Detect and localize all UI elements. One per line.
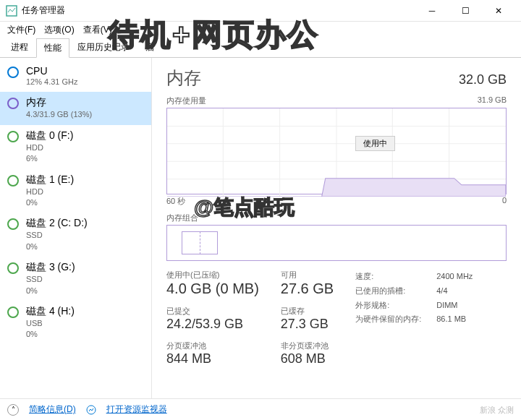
disk-ring-icon <box>7 218 19 230</box>
minimize-button[interactable]: ─ <box>415 0 449 22</box>
menu-view[interactable]: 查看(V) <box>79 22 117 38</box>
app-icon <box>6 5 17 17</box>
stat-commit: 24.2/53.9 GB <box>166 317 259 332</box>
cpu-ring-icon <box>7 67 19 78</box>
sidebar-item-memory[interactable]: 内存4.3/31.9 GB (13%) <box>0 92 151 124</box>
disk-ring-icon <box>7 175 19 187</box>
sidebar-item-cpu[interactable]: CPU12% 4.31 GHz <box>0 61 151 92</box>
stat-inuse: 4.0 GB (0 MB) <box>166 280 259 297</box>
memory-composition <box>166 225 507 261</box>
detail-total: 32.0 GB <box>459 72 507 87</box>
disk-ring-icon <box>7 307 19 318</box>
menu-options[interactable]: 选项(O) <box>40 22 78 38</box>
memory-info: 速度:2400 MHz 已使用的插槽:4/4 外形规格:DIMM 为硬件保留的内… <box>355 270 473 369</box>
disk-ring-icon <box>7 131 19 142</box>
stat-nonpaged: 608 MB <box>281 351 334 367</box>
chevron-up-icon[interactable]: ˄ <box>7 404 19 416</box>
watermark: 新浪 众测 <box>480 405 514 416</box>
tab-startup[interactable]: 启 <box>137 38 162 57</box>
detail-pane: 内存 32.0 GB 内存使用量31.9 GB 使用中 60 秒0 内存组合 使… <box>152 58 521 398</box>
sidebar-item-disk3[interactable]: 磁盘 3 (G:)SSD 0% <box>0 257 151 301</box>
sidebar-item-disk4[interactable]: 磁盘 4 (H:)USB 0% <box>0 301 151 345</box>
tab-processes[interactable]: 进程 <box>3 38 36 57</box>
disk-ring-icon <box>7 262 19 274</box>
memory-usage-chart: 使用中 <box>166 108 507 194</box>
detail-title: 内存 <box>166 67 201 90</box>
menu-file[interactable]: 文件(F) <box>3 22 40 38</box>
sidebar-item-disk2[interactable]: 磁盘 2 (C: D:)SSD 0% <box>0 213 151 257</box>
tab-performance[interactable]: 性能 <box>36 38 69 58</box>
sidebar-item-disk1[interactable]: 磁盘 1 (E:)HDD 0% <box>0 169 151 213</box>
stat-paged: 844 MB <box>166 351 259 367</box>
menubar: 文件(F) 选项(O) 查看(V) <box>0 22 521 38</box>
titlebar: 任务管理器 ─ ☐ ✕ <box>0 0 521 22</box>
open-resmon-link[interactable]: 打开资源监视器 <box>106 403 167 416</box>
close-button[interactable]: ✕ <box>482 0 515 22</box>
maximize-button[interactable]: ☐ <box>449 0 482 22</box>
brief-info-link[interactable]: 简略信息(D) <box>29 403 76 416</box>
tab-apphistory[interactable]: 应用历史记录 <box>69 38 137 57</box>
window-title: 任务管理器 <box>22 4 415 17</box>
chart-badge: 使用中 <box>355 136 395 151</box>
resmon-icon <box>86 405 96 415</box>
bottom-bar: ˄ 简略信息(D) 打开资源监视器 <box>0 398 521 420</box>
stat-cached: 27.3 GB <box>281 317 334 332</box>
memory-ring-icon <box>7 98 19 109</box>
tab-bar: 进程 性能 应用历史记录 启 <box>0 38 521 58</box>
sidebar[interactable]: CPU12% 4.31 GHz 内存4.3/31.9 GB (13%) 磁盘 0… <box>0 58 152 398</box>
sidebar-item-disk0[interactable]: 磁盘 0 (F:)HDD 6% <box>0 125 151 169</box>
stat-avail: 27.6 GB <box>281 280 334 297</box>
